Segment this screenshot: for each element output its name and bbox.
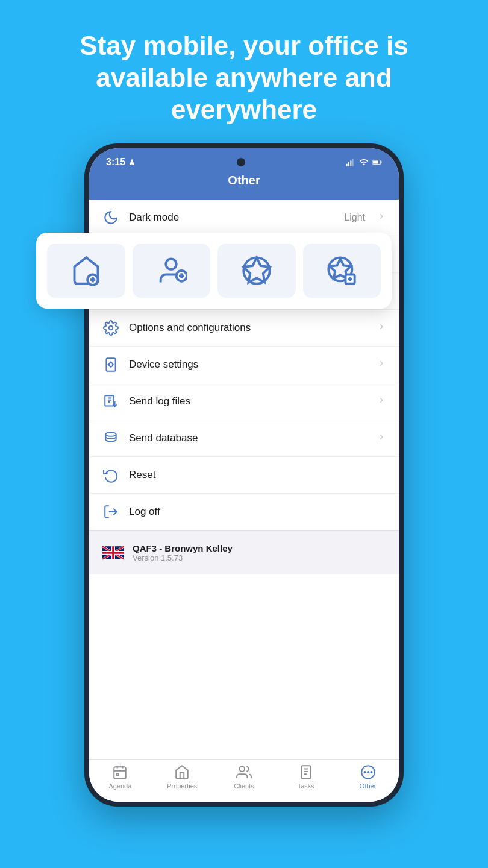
device-settings-label: Device settings [129,359,368,371]
dark-mode-row[interactable]: Dark mode Light [89,200,399,236]
version-info: QAF3 - Bronwyn Kelley Version 1.5.73 [133,543,233,562]
logoff-icon [102,503,119,520]
svg-point-24 [371,772,372,773]
status-icons [346,157,382,167]
phone-wrapper: 3:15 [84,143,404,807]
navigate-icon [241,255,272,286]
reset-label: Reset [129,469,386,481]
nav-properties[interactable]: Properties [151,764,213,790]
version-number: Version 1.5.73 [133,553,233,562]
battery-icon [372,157,382,167]
version-user: QAF3 - Bronwyn Kelley [133,543,233,553]
reset-icon [102,467,119,483]
other-icon [360,764,376,780]
nav-properties-label: Properties [167,782,197,790]
clients-icon [236,764,252,780]
dark-mode-icon [102,209,119,226]
send-database-chevron [377,433,386,444]
version-section: QAF3 - Bronwyn Kelley Version 1.5.73 [89,530,399,574]
svg-rect-3 [352,159,354,166]
menu-item-send-database[interactable]: Send database [89,420,399,457]
svg-rect-1 [348,162,349,166]
svg-point-23 [364,772,365,773]
bottom-nav: Agenda Properties Cl [89,759,399,802]
nav-tasks[interactable]: Tasks [275,764,337,790]
svg-point-22 [367,772,368,773]
menu-item-logoff[interactable]: Log off [89,494,399,530]
nav-clients-label: Clients [234,782,254,790]
send-log-label: Send log files [129,395,368,407]
send-log-icon [102,393,119,410]
tasks-icon [298,764,314,780]
add-home-icon [70,255,102,286]
nav-clients[interactable]: Clients [213,764,275,790]
dark-mode-chevron [377,212,386,223]
svg-rect-5 [381,162,381,163]
status-time: 3:15 [106,157,136,168]
send-log-chevron [377,396,386,407]
svg-point-19 [239,767,245,772]
send-database-icon [102,430,119,447]
device-settings-icon [102,356,119,373]
svg-rect-2 [350,161,351,166]
options-label: Options and configurations [129,322,368,334]
svg-point-11 [105,433,116,437]
card-add-home-btn[interactable] [47,244,125,298]
card-navigate-btn[interactable] [217,244,296,298]
svg-rect-0 [346,164,348,166]
logoff-label: Log off [129,506,386,518]
front-camera [237,158,245,166]
device-settings-chevron [377,359,386,370]
menu-item-device-settings[interactable]: Device settings [89,347,399,383]
signal-icon [346,157,355,167]
svg-point-28 [166,259,177,269]
agenda-icon [112,764,128,780]
svg-rect-18 [117,774,119,776]
card-add-person-btn[interactable] [133,244,211,298]
hero-section: Stay mobile, your office is available an… [0,0,488,143]
svg-point-9 [109,363,113,367]
options-icon [102,319,119,336]
wifi-icon [359,157,369,167]
app-title: Other [228,174,260,187]
add-person-icon [155,255,187,286]
svg-rect-6 [373,161,378,164]
hero-text: Stay mobile, your office is available an… [0,0,488,143]
svg-rect-20 [301,766,310,779]
svg-rect-14 [114,767,127,779]
status-bar: 3:15 [89,148,399,168]
svg-rect-10 [105,396,113,406]
menu-item-send-log[interactable]: Send log files [89,383,399,420]
menu-item-options[interactable]: Options and configurations [89,310,399,347]
nav-tasks-label: Tasks [298,782,314,790]
properties-icon [174,764,190,780]
send-database-label: Send database [129,432,368,444]
app-header: Other [89,168,399,200]
dark-mode-label: Dark mode [129,212,334,224]
nav-agenda[interactable]: Agenda [89,764,151,790]
navigate-report-icon [326,255,357,286]
dark-mode-value: Light [344,212,365,223]
navigation-icon [128,158,136,166]
card-navigate-report-btn[interactable] [303,244,381,298]
svg-point-7 [109,326,113,330]
options-chevron [377,322,386,333]
uk-flag-icon [102,546,124,560]
floating-card [36,233,392,309]
menu-item-reset[interactable]: Reset [89,457,399,494]
nav-other-label: Other [360,782,377,790]
nav-other[interactable]: Other [337,764,399,790]
nav-agenda-label: Agenda [108,782,131,790]
